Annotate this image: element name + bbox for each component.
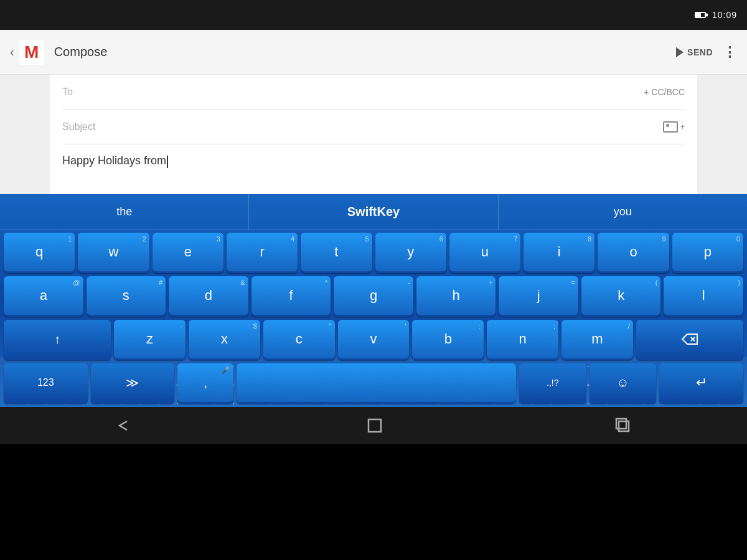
key-y[interactable]: y6 [375, 233, 446, 271]
key-v[interactable]: v' [338, 320, 410, 358]
status-bar-time: 10:09 [712, 10, 737, 20]
nav-recents-button[interactable] [615, 418, 631, 434]
body-row: Happy Holidays from [62, 144, 685, 194]
body-text[interactable]: Happy Holidays from [62, 154, 166, 167]
suggestion-center[interactable]: SwiftKey [249, 194, 498, 230]
keyboard-row-3: ↑ z- x$ c" v' b: n; m/ [0, 317, 747, 361]
battery-fill [696, 13, 701, 17]
toolbar-actions: SEND ⋮ [676, 44, 737, 60]
subject-input[interactable] [100, 121, 663, 133]
numbers-button[interactable]: 123 [4, 363, 88, 402]
more-options-button[interactable]: ⋮ [723, 44, 737, 60]
send-label: SEND [687, 47, 713, 57]
subject-label: Subject [62, 121, 100, 133]
key-h[interactable]: h+ [416, 276, 496, 315]
key-o[interactable]: o9 [598, 233, 669, 271]
key-w[interactable]: w2 [78, 233, 149, 271]
key-g[interactable]: g- [334, 276, 413, 315]
photo-icon [663, 121, 678, 133]
key-m[interactable]: m/ [561, 320, 633, 358]
key-q[interactable]: q1 [4, 233, 75, 271]
key-r[interactable]: r4 [227, 233, 298, 271]
to-input[interactable] [100, 86, 644, 98]
nav-bar [0, 407, 747, 444]
svg-rect-1 [619, 421, 629, 431]
backspace-button[interactable] [636, 320, 743, 358]
compose-area: To + CC/BCC Subject + Happy Holidays fro… [0, 75, 747, 194]
key-z[interactable]: z- [114, 320, 186, 358]
battery-icon [695, 12, 706, 18]
toolbar: ‹ M Compose SEND ⋮ [0, 30, 747, 75]
key-x[interactable]: x$ [189, 320, 260, 358]
gmail-icon: M [19, 40, 44, 65]
key-k[interactable]: k( [581, 276, 661, 315]
send-arrow-icon [676, 47, 684, 57]
nav-home-button[interactable] [367, 418, 383, 434]
period-key[interactable]: .,!? [519, 363, 586, 402]
enter-button[interactable]: ↵ [659, 363, 743, 402]
keyboard-row-2: a@ s# d& f* g- h+ j= k( l) [0, 274, 747, 317]
status-bar: 10:09 [0, 0, 747, 30]
key-p[interactable]: p0 [672, 233, 743, 271]
svg-rect-0 [369, 419, 381, 432]
key-f[interactable]: f* [251, 276, 331, 315]
key-comma[interactable]: ,🎤 [177, 363, 233, 402]
send-button[interactable]: SEND [676, 47, 713, 57]
to-label: To [62, 86, 100, 98]
key-d[interactable]: d& [169, 276, 248, 315]
toolbar-title: Compose [54, 45, 676, 59]
svg-rect-2 [616, 419, 626, 429]
key-a[interactable]: a@ [4, 276, 83, 315]
key-t[interactable]: t5 [301, 233, 372, 271]
key-l[interactable]: l) [664, 276, 743, 315]
keyboard-row-1: q1 w2 e3 r4 t5 y6 u7 i8 o9 p0 [0, 230, 747, 274]
swiftkey-button[interactable]: ≫ [91, 363, 175, 402]
shift-button[interactable]: ↑ [4, 320, 111, 358]
suggestion-right[interactable]: you [499, 194, 747, 230]
key-u[interactable]: u7 [449, 233, 520, 271]
gmail-logo: M [19, 40, 44, 65]
back-button[interactable]: ‹ [10, 45, 14, 59]
key-i[interactable]: i8 [524, 233, 594, 271]
attach-image-button[interactable]: + [663, 121, 685, 133]
keyboard-row-4: 123 ≫ ,🎤 .,!? ☺ ↵ [0, 361, 747, 404]
compose-inner: To + CC/BCC Subject + Happy Holidays fro… [50, 75, 697, 194]
swiftkey-keyboard: the SwiftKey you q1 w2 e3 r4 t5 y6 u7 i8… [0, 194, 747, 407]
space-key[interactable] [237, 363, 516, 402]
text-cursor [167, 156, 168, 168]
key-e[interactable]: e3 [153, 233, 223, 271]
subject-field-row: Subject + [62, 110, 685, 144]
status-icons: 10:09 [695, 10, 737, 20]
suggestion-left[interactable]: the [0, 194, 249, 230]
to-field-row: To + CC/BCC [62, 75, 685, 110]
cc-bcc-button[interactable]: + CC/BCC [644, 87, 685, 97]
suggestion-bar: the SwiftKey you [0, 194, 747, 230]
key-b[interactable]: b: [412, 320, 484, 358]
key-s[interactable]: s# [87, 276, 166, 315]
key-j[interactable]: j= [499, 276, 578, 315]
key-n[interactable]: n; [487, 320, 558, 358]
nav-back-button[interactable] [116, 419, 134, 432]
plus-icon: + [680, 123, 685, 131]
emoji-button[interactable]: ☺ [590, 363, 657, 402]
key-c[interactable]: c" [263, 320, 335, 358]
